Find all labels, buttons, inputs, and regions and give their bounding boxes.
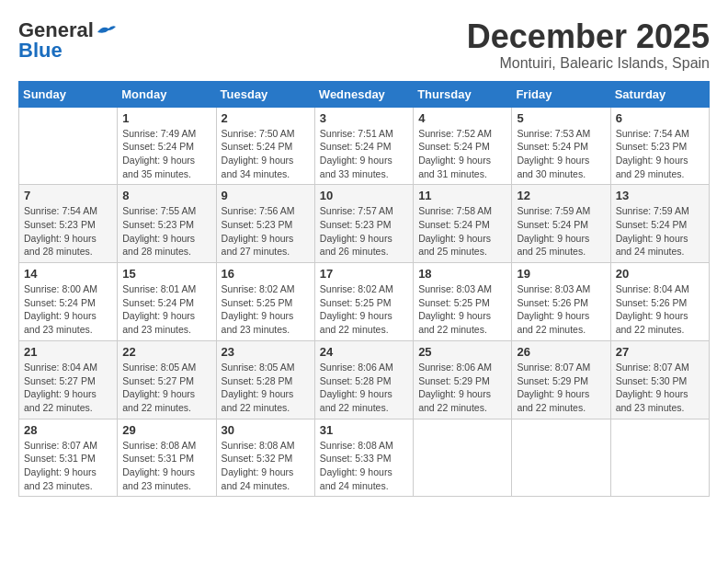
day-info: Sunrise: 8:06 AMSunset: 5:28 PMDaylight:… (320, 361, 408, 415)
day-number: 13 (616, 189, 704, 202)
page-header: General Blue December 2025 Montuiri, Bal… (18, 18, 710, 72)
calendar-cell: 2Sunrise: 7:50 AMSunset: 5:24 PMDaylight… (216, 107, 314, 185)
day-info: Sunrise: 7:51 AMSunset: 5:24 PMDaylight:… (320, 127, 408, 181)
weekday-header-sunday: Sunday (19, 81, 118, 107)
calendar-cell: 4Sunrise: 7:52 AMSunset: 5:24 PMDaylight… (414, 107, 512, 185)
calendar-week-row: 21Sunrise: 8:04 AMSunset: 5:27 PMDayligh… (19, 340, 710, 419)
day-number: 21 (24, 345, 112, 359)
logo: General Blue (18, 18, 116, 63)
day-number: 24 (320, 345, 408, 359)
day-number: 31 (320, 423, 408, 437)
day-info: Sunrise: 8:04 AMSunset: 5:27 PMDaylight:… (24, 361, 112, 415)
day-number: 5 (517, 111, 605, 125)
calendar-cell: 16Sunrise: 8:02 AMSunset: 5:25 PMDayligh… (216, 263, 314, 341)
calendar-cell: 27Sunrise: 8:07 AMSunset: 5:30 PMDayligh… (610, 340, 709, 419)
calendar-cell (610, 419, 709, 497)
day-number: 29 (122, 423, 210, 437)
calendar-week-row: 7Sunrise: 7:54 AMSunset: 5:23 PMDaylight… (19, 185, 710, 263)
day-info: Sunrise: 8:01 AMSunset: 5:24 PMDaylight:… (122, 282, 210, 337)
day-info: Sunrise: 7:59 AMSunset: 5:24 PMDaylight:… (517, 204, 605, 259)
day-number: 6 (616, 111, 704, 125)
day-info: Sunrise: 8:08 AMSunset: 5:31 PMDaylight:… (122, 439, 210, 493)
day-number: 17 (320, 267, 408, 281)
day-number: 11 (418, 189, 506, 202)
calendar-cell: 11Sunrise: 7:58 AMSunset: 5:24 PMDayligh… (414, 185, 512, 263)
day-info: Sunrise: 8:02 AMSunset: 5:25 PMDaylight:… (222, 282, 310, 337)
calendar-cell: 3Sunrise: 7:51 AMSunset: 5:24 PMDaylight… (314, 107, 413, 185)
day-number: 28 (24, 423, 112, 437)
day-number: 8 (122, 189, 210, 202)
calendar-cell: 25Sunrise: 8:06 AMSunset: 5:29 PMDayligh… (414, 340, 512, 419)
day-info: Sunrise: 8:03 AMSunset: 5:26 PMDaylight:… (517, 282, 605, 337)
calendar-cell: 21Sunrise: 8:04 AMSunset: 5:27 PMDayligh… (19, 340, 118, 419)
day-number: 10 (320, 189, 408, 202)
calendar-cell: 22Sunrise: 8:05 AMSunset: 5:27 PMDayligh… (118, 340, 216, 419)
day-info: Sunrise: 8:08 AMSunset: 5:33 PMDaylight:… (320, 439, 408, 493)
day-number: 26 (517, 345, 605, 359)
day-number: 4 (418, 111, 506, 125)
day-number: 23 (222, 345, 310, 359)
weekday-header-friday: Friday (512, 81, 610, 107)
calendar-cell: 13Sunrise: 7:59 AMSunset: 5:24 PMDayligh… (610, 185, 709, 263)
calendar-cell: 23Sunrise: 8:05 AMSunset: 5:28 PMDayligh… (216, 340, 314, 419)
day-number: 14 (24, 267, 112, 281)
day-info: Sunrise: 7:53 AMSunset: 5:24 PMDaylight:… (517, 127, 605, 181)
day-number: 20 (616, 267, 704, 281)
calendar-cell: 18Sunrise: 8:03 AMSunset: 5:25 PMDayligh… (414, 263, 512, 341)
day-info: Sunrise: 7:58 AMSunset: 5:24 PMDaylight:… (418, 204, 506, 259)
calendar-cell (19, 107, 118, 185)
day-number: 3 (320, 111, 408, 125)
day-info: Sunrise: 7:49 AMSunset: 5:24 PMDaylight:… (122, 127, 210, 181)
calendar-week-row: 1Sunrise: 7:49 AMSunset: 5:24 PMDaylight… (19, 107, 710, 185)
calendar-table: SundayMondayTuesdayWednesdayThursdayFrid… (18, 81, 710, 498)
month-title: December 2025 (467, 18, 710, 55)
calendar-cell: 15Sunrise: 8:01 AMSunset: 5:24 PMDayligh… (118, 263, 216, 341)
calendar-cell (512, 419, 610, 497)
title-area: December 2025 Montuiri, Balearic Islands… (467, 18, 710, 72)
day-info: Sunrise: 7:56 AMSunset: 5:23 PMDaylight:… (222, 204, 310, 259)
day-number: 25 (418, 345, 506, 359)
calendar-cell: 24Sunrise: 8:06 AMSunset: 5:28 PMDayligh… (314, 340, 413, 419)
day-number: 1 (122, 111, 210, 125)
day-info: Sunrise: 7:50 AMSunset: 5:24 PMDaylight:… (222, 127, 310, 181)
day-info: Sunrise: 8:05 AMSunset: 5:28 PMDaylight:… (222, 361, 310, 415)
day-info: Sunrise: 8:07 AMSunset: 5:29 PMDaylight:… (517, 361, 605, 415)
calendar-cell: 31Sunrise: 8:08 AMSunset: 5:33 PMDayligh… (314, 419, 413, 497)
day-info: Sunrise: 8:02 AMSunset: 5:25 PMDaylight:… (320, 282, 408, 337)
weekday-header-tuesday: Tuesday (216, 81, 314, 107)
calendar-week-row: 14Sunrise: 8:00 AMSunset: 5:24 PMDayligh… (19, 263, 710, 341)
day-info: Sunrise: 8:03 AMSunset: 5:25 PMDaylight:… (418, 282, 506, 337)
day-info: Sunrise: 8:04 AMSunset: 5:26 PMDaylight:… (616, 282, 704, 337)
day-number: 7 (24, 189, 112, 202)
weekday-header-monday: Monday (118, 81, 216, 107)
day-info: Sunrise: 7:54 AMSunset: 5:23 PMDaylight:… (616, 127, 704, 181)
logo-blue: Blue (18, 39, 63, 63)
logo-bird-icon (96, 23, 116, 38)
day-info: Sunrise: 8:05 AMSunset: 5:27 PMDaylight:… (122, 361, 210, 415)
weekday-header-thursday: Thursday (414, 81, 512, 107)
calendar-cell: 9Sunrise: 7:56 AMSunset: 5:23 PMDaylight… (216, 185, 314, 263)
calendar-header-row: SundayMondayTuesdayWednesdayThursdayFrid… (19, 81, 710, 107)
calendar-cell: 28Sunrise: 8:07 AMSunset: 5:31 PMDayligh… (19, 419, 118, 497)
day-info: Sunrise: 7:57 AMSunset: 5:23 PMDaylight:… (320, 204, 408, 259)
calendar-body: 1Sunrise: 7:49 AMSunset: 5:24 PMDaylight… (19, 107, 710, 497)
calendar-cell: 5Sunrise: 7:53 AMSunset: 5:24 PMDaylight… (512, 107, 610, 185)
weekday-header-wednesday: Wednesday (314, 81, 413, 107)
day-number: 27 (616, 345, 704, 359)
day-info: Sunrise: 8:07 AMSunset: 5:31 PMDaylight:… (24, 439, 112, 493)
calendar-cell: 10Sunrise: 7:57 AMSunset: 5:23 PMDayligh… (314, 185, 413, 263)
day-number: 18 (418, 267, 506, 281)
calendar-cell: 12Sunrise: 7:59 AMSunset: 5:24 PMDayligh… (512, 185, 610, 263)
day-info: Sunrise: 7:55 AMSunset: 5:23 PMDaylight:… (122, 204, 210, 259)
calendar-cell: 6Sunrise: 7:54 AMSunset: 5:23 PMDaylight… (610, 107, 709, 185)
calendar-week-row: 28Sunrise: 8:07 AMSunset: 5:31 PMDayligh… (19, 419, 710, 497)
day-info: Sunrise: 8:07 AMSunset: 5:30 PMDaylight:… (616, 361, 704, 415)
day-number: 9 (222, 189, 310, 202)
location: Montuiri, Balearic Islands, Spain (467, 55, 710, 72)
day-info: Sunrise: 7:54 AMSunset: 5:23 PMDaylight:… (24, 204, 112, 259)
calendar-cell (414, 419, 512, 497)
calendar-cell: 20Sunrise: 8:04 AMSunset: 5:26 PMDayligh… (610, 263, 709, 341)
day-info: Sunrise: 8:06 AMSunset: 5:29 PMDaylight:… (418, 361, 506, 415)
day-number: 2 (222, 111, 310, 125)
day-number: 12 (517, 189, 605, 202)
